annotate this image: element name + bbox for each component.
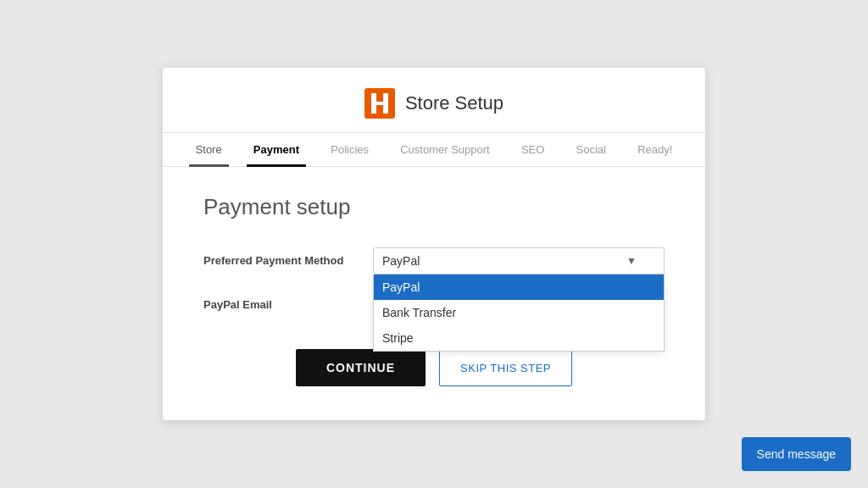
- actions-row: CONTINUE SKIP THIS STEP: [203, 349, 665, 386]
- payment-method-row: Preferred Payment Method PayPal ▼ PayPal…: [203, 247, 665, 274]
- app-title: Store Setup: [405, 92, 504, 114]
- app-logo-icon: [364, 88, 395, 119]
- navigation-tabs: Store Payment Policies Customer Support …: [163, 133, 705, 167]
- tab-social[interactable]: Social: [570, 133, 613, 166]
- tab-ready[interactable]: Ready!: [631, 133, 679, 166]
- tab-policies[interactable]: Policies: [324, 133, 376, 166]
- skip-button[interactable]: SKIP THIS STEP: [439, 350, 572, 386]
- payment-method-wrapper: PayPal ▼ PayPal Bank Transfer Stripe: [373, 247, 665, 274]
- continue-button[interactable]: CONTINUE: [296, 349, 426, 386]
- send-message-button[interactable]: Send message: [742, 437, 851, 471]
- payment-method-select[interactable]: PayPal ▼: [373, 247, 665, 274]
- tab-store[interactable]: Store: [189, 133, 229, 166]
- paypal-email-label: PayPal Email: [203, 291, 373, 311]
- main-card: Store Setup Store Payment Policies Custo…: [163, 68, 705, 420]
- dropdown-item-paypal[interactable]: PayPal: [374, 274, 664, 300]
- payment-method-label: Preferred Payment Method: [203, 247, 373, 267]
- payment-method-value: PayPal: [382, 254, 420, 268]
- tab-payment[interactable]: Payment: [247, 133, 306, 166]
- tab-customer-support[interactable]: Customer Support: [393, 133, 497, 166]
- dropdown-item-bank-transfer[interactable]: Bank Transfer: [374, 300, 664, 325]
- chevron-down-icon: ▼: [626, 255, 637, 267]
- dropdown-item-stripe[interactable]: Stripe: [374, 325, 664, 351]
- card-body: Payment setup Preferred Payment Method P…: [163, 167, 705, 386]
- section-title: Payment setup: [203, 194, 665, 220]
- tab-seo[interactable]: SEO: [515, 133, 551, 166]
- card-header: Store Setup: [163, 68, 705, 133]
- payment-method-dropdown: PayPal Bank Transfer Stripe: [373, 274, 665, 352]
